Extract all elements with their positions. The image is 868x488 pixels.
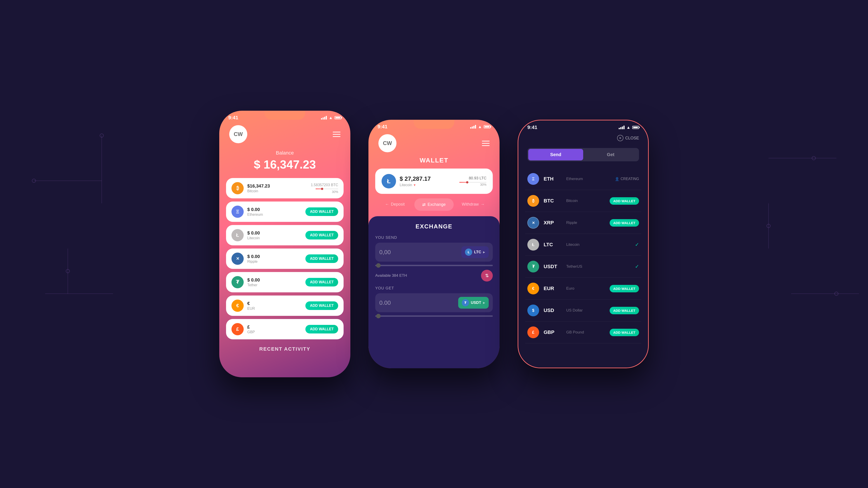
crypto-card-ltc[interactable]: Ł $ 0.00 Litecoin ADD WALLET [226, 225, 344, 246]
phone2-hamburger-button[interactable] [482, 141, 490, 146]
balance-amount: $ 16,347.23 [219, 158, 350, 171]
you-get-currency-btn[interactable]: ₮ USDT ▶ [458, 297, 489, 308]
btc-add-wallet-button[interactable]: ADD WALLET [610, 197, 639, 205]
you-get-usdt-icon: ₮ [462, 299, 469, 306]
ltc-add-wallet-button[interactable]: ADD WALLET [305, 231, 338, 239]
gbp-add-wallet-button[interactable]: ADD WALLET [305, 325, 338, 333]
currency-row-ltc[interactable]: Ł LTC Litecoin ✓ [525, 234, 641, 256]
phone3-time: 9:41 [527, 125, 537, 130]
available-text: Available 384 ETH [375, 273, 407, 278]
gbp-code: GBP [544, 329, 562, 335]
crypto-card-btc[interactable]: ₿ $16,347.23 Bitcoin 1.58357203 BTC 30% [226, 178, 344, 198]
swap-button[interactable]: ⇅ [481, 270, 493, 282]
xrp-code: XRP [544, 220, 562, 226]
gbp-action[interactable]: ADD WALLET [610, 329, 639, 336]
wallet-ltc-amount: 80.93 LTC [459, 176, 487, 181]
eth-name: Ethereum [247, 213, 302, 217]
eur-action[interactable]: ADD WALLET [610, 285, 639, 292]
currency-row-btc[interactable]: ₿ BTC Bitcoin ADD WALLET [525, 190, 641, 212]
eth-add-wallet-button[interactable]: ADD WALLET [305, 207, 338, 216]
xrp-amount: $ 0.00 [247, 254, 302, 259]
eth-creating-icon: 👤 [615, 177, 619, 181]
you-send-input-row[interactable]: 0,00 Ł LTC ▶ [375, 242, 493, 262]
hamburger-menu-button[interactable] [333, 132, 340, 137]
you-send-slider[interactable] [375, 265, 493, 266]
wallet-ltc-icon: Ł [381, 174, 396, 188]
you-send-ltc-icon: Ł [465, 249, 472, 256]
wallet-title: WALLET [368, 157, 500, 168]
currency-row-eur[interactable]: € EUR Euro ADD WALLET [525, 278, 641, 300]
tether-amount: $ 0.00 [247, 278, 302, 283]
currency-row-eth[interactable]: Ξ ETH Ethereum 👤 CREATING [525, 168, 641, 190]
btc-action[interactable]: ADD WALLET [610, 197, 639, 205]
deposit-tab[interactable]: ← Deposit [375, 198, 414, 211]
phone1-logo: CW [229, 125, 247, 143]
deposit-label: Deposit [391, 202, 405, 207]
you-get-slider-handle [376, 314, 381, 318]
get-tab[interactable]: Get [583, 149, 638, 160]
eth-icon: Ξ [231, 205, 244, 218]
svg-point-2 [66, 269, 70, 273]
eur-add-wallet-button[interactable]: ADD WALLET [305, 301, 338, 310]
eth-coin-icon: Ξ [527, 173, 539, 185]
slider-handle [376, 263, 381, 268]
you-get-slider[interactable] [375, 315, 493, 317]
ltc-info: $ 0.00 Litecoin [247, 230, 302, 240]
xrp-add-wallet-button[interactable]: ADD WALLET [610, 219, 639, 227]
phone3-signal-icon [619, 126, 625, 129]
btc-progress-fill [315, 188, 322, 189]
eth-info: $ 0.00 Ethereum [247, 207, 302, 217]
usd-add-wallet-button[interactable]: ADD WALLET [610, 307, 639, 314]
withdraw-tab[interactable]: Withdraw → [454, 198, 493, 211]
currency-row-xrp[interactable]: ✕ XRP Ripple ADD WALLET [525, 212, 641, 234]
xrp-action[interactable]: ADD WALLET [610, 219, 639, 227]
xrp-info: $ 0.00 Ripple [247, 254, 302, 264]
you-get-label: YOU GET [375, 286, 493, 291]
send-get-tabs: Send Get [527, 148, 639, 161]
phone2-wifi-icon: ▲ [478, 125, 482, 129]
phone3-status-icons: ▲ [619, 125, 639, 130]
xrp-add-wallet-button[interactable]: ADD WALLET [305, 254, 338, 263]
wifi-icon: ▲ [329, 116, 333, 120]
wallet-card-right: 80.93 LTC 30% [459, 176, 487, 186]
svg-point-8 [767, 224, 770, 228]
crypto-card-xrp[interactable]: ✕ $ 0.00 Ripple ADD WALLET [226, 249, 344, 269]
crypto-card-eur[interactable]: € € EUR ADD WALLET [226, 295, 344, 316]
phone1-notch [265, 111, 305, 120]
send-tab[interactable]: Send [528, 149, 583, 160]
phone-1-wallet: 9:41 ▲ CW Balance $ 16,347.23 [219, 111, 350, 377]
eur-name: EUR [247, 306, 302, 311]
usdt-check-icon: ✓ [635, 264, 639, 269]
currency-row-usd[interactable]: $ USD US Dollar ADD WALLET [525, 300, 641, 322]
exchange-content: EXCHANGE YOU SEND 0,00 Ł LTC ▶ Available… [368, 216, 500, 368]
btc-amount: $16,347.23 [247, 184, 307, 189]
btc-right: 1.58357203 BTC 30% [311, 183, 338, 194]
exchange-tab[interactable]: ⇄ Exchange [414, 198, 454, 211]
ltc-fullname: Litecoin [566, 242, 630, 247]
ltc-action: ✓ [635, 242, 639, 248]
gbp-add-wallet-button[interactable]: ADD WALLET [610, 329, 639, 336]
exchange-swap-icon: ⇄ [422, 202, 426, 207]
currency-row-gbp[interactable]: £ GBP GB Pound ADD WALLET [525, 322, 641, 344]
crypto-card-tether[interactable]: ₮ $ 0.00 Tether ADD WALLET [226, 272, 344, 292]
phone2-time: 9:41 [377, 124, 388, 130]
usd-action[interactable]: ADD WALLET [610, 307, 639, 314]
btc-name: Bitcoin [247, 189, 307, 193]
usdt-code: USDT [544, 264, 562, 269]
you-send-currency-btn[interactable]: Ł LTC ▶ [461, 246, 489, 258]
wallet-card-litecoin[interactable]: Ł $ 27,287.17 Litecoin ▼ 80.93 LTC 30% [375, 168, 493, 194]
xrp-name: Ripple [247, 260, 302, 264]
currency-row-usdt[interactable]: ₮ USDT TetherUS ✓ [525, 256, 641, 278]
you-get-input-row[interactable]: 0.00 ₮ USDT ▶ [375, 293, 493, 312]
you-get-value: 0.00 [379, 299, 391, 306]
phone2-battery-icon [484, 125, 491, 128]
eur-add-wallet-button[interactable]: ADD WALLET [610, 285, 639, 292]
ltc-coin-icon: Ł [527, 239, 539, 251]
crypto-card-gbp[interactable]: £ £ GBP ADD WALLET [226, 319, 344, 339]
phone-3-send-get: 9:41 ▲ ✕ CLOSE Send Get [518, 120, 649, 368]
crypto-list: ₿ $16,347.23 Bitcoin 1.58357203 BTC 30% [219, 178, 350, 339]
tether-add-wallet-button[interactable]: ADD WALLET [305, 278, 338, 287]
usdt-action: ✓ [635, 264, 639, 269]
close-button[interactable]: ✕ CLOSE [617, 135, 639, 141]
crypto-card-eth[interactable]: Ξ $ 0.00 Ethereum ADD WALLET [226, 201, 344, 222]
